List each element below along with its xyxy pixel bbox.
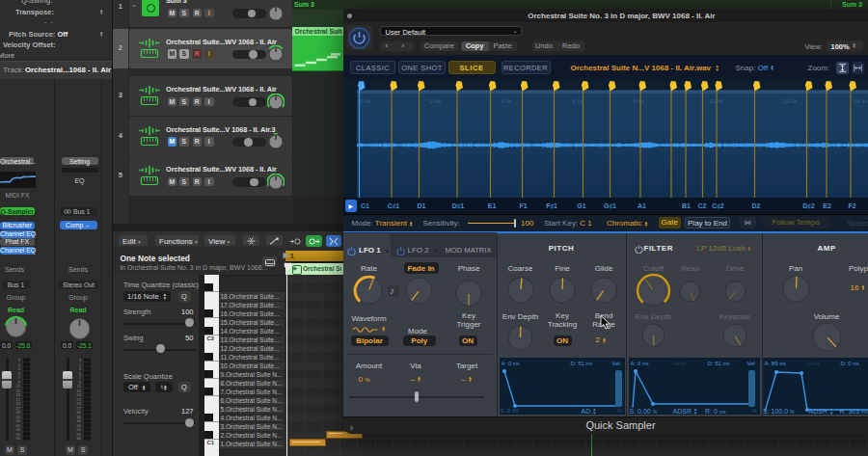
svg-text:2.0s: 2.0s [430,98,441,104]
svg-text:14.4s: 14.4s [854,98,868,104]
svg-text:0.0s: 0.0s [360,98,370,104]
svg-text:8.4s: 8.4s [633,98,643,104]
svg-text:6.0s: 6.0s [572,98,583,104]
svg-text:12.4s: 12.4s [783,98,798,104]
svg-text:4.0s: 4.0s [501,98,511,104]
svg-text:10.4s: 10.4s [709,98,723,104]
